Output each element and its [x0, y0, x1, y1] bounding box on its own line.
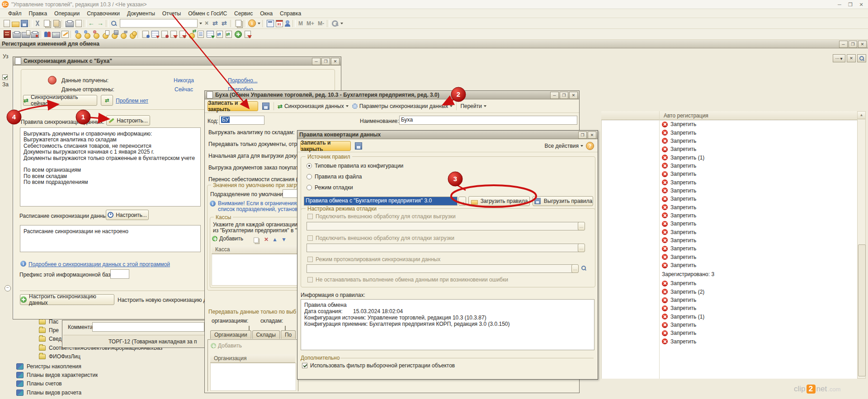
- minimize-icon[interactable]: ─: [839, 41, 848, 48]
- toolbar-icon[interactable]: [92, 30, 100, 38]
- toolbar-icon[interactable]: [44, 31, 51, 38]
- scrollbar-thumb[interactable]: [858, 244, 866, 376]
- org-add-button[interactable]: Добавить: [211, 343, 242, 349]
- toolbar-icon[interactable]: [22, 32, 30, 38]
- toolbar-icon[interactable]: [267, 20, 274, 27]
- table-row[interactable]: Запретить: [662, 220, 852, 228]
- move-down-icon[interactable]: ▼: [281, 236, 287, 244]
- minimize-icon[interactable]: ─: [312, 58, 321, 65]
- radio-typical-rules[interactable]: Типовые правила из конфигурации: [307, 163, 403, 169]
- debug-input-3[interactable]: [307, 264, 578, 273]
- toolbar-icon[interactable]: [151, 31, 159, 38]
- maximize-icon[interactable]: ❐: [560, 92, 568, 99]
- toolbar-icon[interactable]: [13, 32, 21, 38]
- sync-params-menu[interactable]: Параметры синхронизации данных: [352, 103, 453, 109]
- debug-checkbox-4[interactable]: Не останавливать выполнение обмена данны…: [307, 277, 508, 283]
- memory-button[interactable]: M: [297, 20, 305, 27]
- tab[interactable]: Склады: [252, 330, 280, 339]
- unload-rules-button[interactable]: Выгрузить правила: [533, 196, 593, 206]
- cash-row-actions[interactable]: ✕ ▲ ▼: [252, 236, 287, 244]
- table-row[interactable]: Запретить: [662, 329, 852, 337]
- search-icon[interactable]: [580, 264, 587, 273]
- toolbar-icon[interactable]: [198, 31, 204, 38]
- toolbar-icon[interactable]: [119, 30, 127, 38]
- browse-button[interactable]: ...: [578, 244, 585, 252]
- goto-menu[interactable]: Перейти: [460, 103, 486, 109]
- toolbar-icon[interactable]: [284, 20, 292, 27]
- toolbar-icon[interactable]: [97, 19, 105, 28]
- table-row[interactable]: Запретить: [662, 338, 852, 346]
- table-row[interactable]: Запретить: [662, 296, 852, 304]
- debug-checkbox-2[interactable]: Подключить внешнюю обработку для отладки…: [307, 235, 454, 241]
- toolbar-icon[interactable]: [203, 19, 211, 28]
- table-row[interactable]: Запретить: [662, 261, 852, 269]
- toolbar-icon[interactable]: [29, 20, 33, 27]
- toolbar-icon[interactable]: [31, 32, 39, 38]
- table-row[interactable]: Запретить: [662, 321, 852, 329]
- load-rules-button[interactable]: Загрузить правила: [468, 196, 530, 206]
- tab[interactable]: По: [281, 330, 296, 339]
- toolbar-icon[interactable]: [52, 32, 60, 38]
- toolbar-icon[interactable]: [110, 19, 118, 28]
- table-row[interactable]: Запретить: [662, 178, 852, 186]
- tab[interactable]: Организации: [210, 330, 251, 339]
- toolbar-icon[interactable]: [83, 30, 91, 38]
- table-row[interactable]: Запретить: [662, 253, 852, 261]
- table-row[interactable]: Запретить: [662, 304, 852, 312]
- radio-rules-from-file[interactable]: Правила из файла: [307, 174, 362, 180]
- close-icon[interactable]: ✕: [331, 58, 340, 65]
- toolbar-icon[interactable]: [292, 20, 296, 27]
- toolbar-icon[interactable]: [262, 20, 265, 27]
- menu-item[interactable]: Справка: [276, 10, 305, 17]
- radio-debug-mode[interactable]: Режим отладки: [307, 184, 353, 191]
- table-row[interactable]: Запретить: [662, 244, 852, 253]
- memory-button[interactable]: M-: [316, 20, 326, 27]
- move-up-icon[interactable]: ▲: [272, 236, 278, 244]
- table-row[interactable]: Запретить: [662, 120, 852, 128]
- toolbar-icon[interactable]: [244, 20, 247, 27]
- details-link[interactable]: Подробнее о синхронизации данных с этой …: [28, 261, 170, 268]
- toolbar-icon[interactable]: [340, 19, 344, 28]
- prefix-input[interactable]: [110, 269, 129, 279]
- close-panel-icon[interactable]: ✕: [847, 54, 856, 62]
- toolbar-icon[interactable]: [128, 30, 137, 38]
- debug-checkbox-1[interactable]: Подключить внешнюю обработку для отладки…: [307, 213, 456, 220]
- toolbar-icon[interactable]: [33, 19, 42, 28]
- org-table-body[interactable]: [210, 363, 296, 391]
- toolbar-icon[interactable]: [161, 31, 168, 38]
- toolbar-icon[interactable]: [221, 19, 229, 28]
- browse-button[interactable]: ...: [458, 197, 466, 206]
- toolbar-icon[interactable]: [4, 20, 10, 27]
- toolbar-icon[interactable]: [70, 31, 73, 38]
- toolbar-icon[interactable]: [61, 20, 65, 27]
- toolbar-icon[interactable]: [230, 20, 233, 27]
- setup-sync-button[interactable]: Настроить синхронизацию данных: [20, 294, 114, 305]
- close-icon[interactable]: ✕: [569, 92, 578, 99]
- cash-column-header[interactable]: Касса: [212, 245, 302, 254]
- search-icon[interactable]: [857, 54, 866, 62]
- table-row[interactable]: Запретить: [662, 211, 852, 220]
- menu-item[interactable]: Документы: [123, 10, 159, 17]
- maximize-icon[interactable]: ❐: [321, 58, 330, 65]
- code-input[interactable]: БУ: [219, 116, 264, 125]
- table-row[interactable]: Запретить: [662, 162, 852, 170]
- toolbar-icon[interactable]: [327, 20, 330, 27]
- toolbar-icon[interactable]: [12, 22, 19, 27]
- menu-item[interactable]: Операции: [51, 10, 83, 17]
- table-row[interactable]: Запретить: [662, 137, 852, 145]
- scroll-up-icon[interactable]: ▲: [858, 112, 865, 119]
- filter-checkbox[interactable]: Использовать фильтр выборочной регистрац…: [302, 362, 455, 369]
- tree-root-item[interactable]: Планы счетов: [16, 380, 98, 388]
- name-input[interactable]: Буха: [399, 116, 577, 125]
- delete-row-icon[interactable]: ✕: [264, 236, 269, 244]
- toolbar-icon[interactable]: [217, 31, 223, 38]
- toolbar-icon[interactable]: [142, 31, 149, 38]
- toolbar-icon[interactable]: [236, 20, 241, 27]
- toolbar-icon[interactable]: [40, 31, 43, 38]
- browse-button[interactable]: ...: [578, 222, 585, 230]
- save-icon[interactable]: [355, 142, 362, 150]
- tree-root-item[interactable]: Планы видов характеристик: [16, 371, 98, 379]
- search-dropdown-icon[interactable]: [199, 23, 202, 24]
- toolbar-icon[interactable]: [248, 19, 256, 27]
- toolbar-icon[interactable]: [212, 19, 220, 28]
